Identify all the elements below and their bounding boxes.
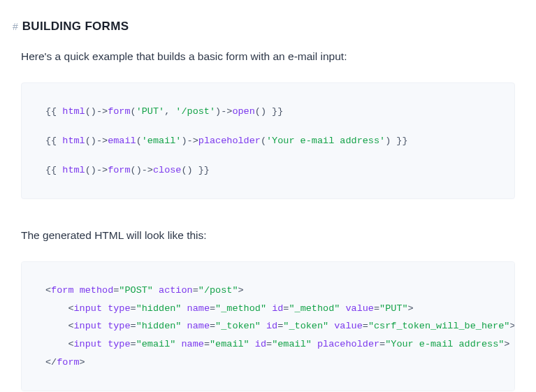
heading-text: BUILDING FORMS (22, 17, 129, 36)
code-line: {{ html()->form()->close() }} (45, 161, 495, 180)
code-block-output: <form method="POST" action="/post"> <inp… (21, 261, 515, 391)
code-line: <input type="hidden" name="_method" id="… (45, 300, 495, 318)
code-line: <form method="POST" action="/post"> (45, 282, 495, 300)
code-line: <input type="hidden" name="_token" id="_… (45, 317, 495, 335)
code-line: {{ html()->email('email')->placeholder('… (45, 132, 495, 150)
section-heading: # BUILDING FORMS (13, 17, 523, 36)
intro-paragraph: Here's a quick example that builds a bas… (21, 48, 523, 66)
code-line: {{ html()->form('PUT', '/post')->open() … (45, 103, 495, 121)
outro-paragraph: The generated HTML will look like this: (21, 227, 523, 245)
anchor-icon[interactable]: # (13, 19, 18, 34)
code-line: <input type="email" name="email" id="ema… (45, 335, 495, 354)
code-line: </form> (45, 354, 495, 372)
code-block-template: {{ html()->form('PUT', '/post')->open() … (21, 82, 515, 199)
